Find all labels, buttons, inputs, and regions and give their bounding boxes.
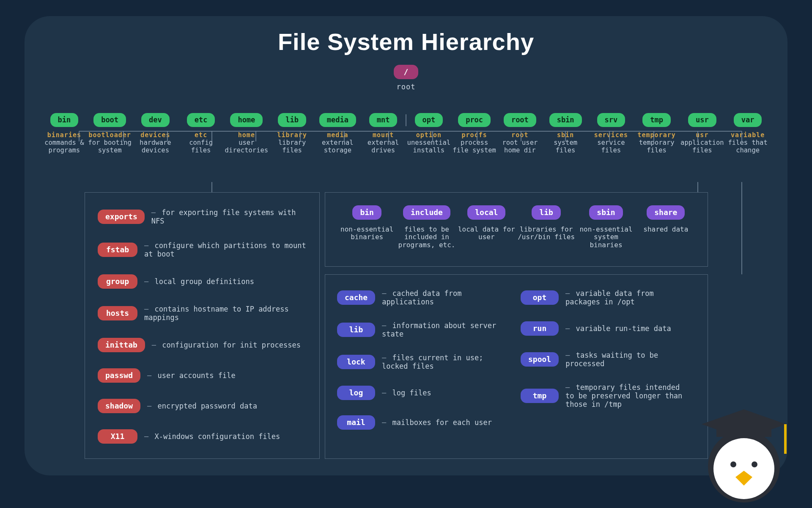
top-cell: bootbootloaderfor booting system [87, 113, 133, 155]
dir-desc: – temporary files intended to be preserv… [565, 383, 692, 409]
top-level-row: binbinariescommands & programs bootbootl… [25, 113, 787, 155]
dir-tag: root [497, 131, 543, 139]
var-item: opt– variable data from packages in /opt [521, 289, 696, 306]
var-item: run– variable run-time data [521, 321, 696, 336]
etc-item: shadow– encrypted password data [98, 399, 311, 413]
top-cell: liblibrarylibrary files [269, 113, 315, 155]
etc-item: exports– for exporting file systems with… [98, 208, 311, 225]
dir-desc: – information about server state [382, 321, 509, 338]
file-desc: – configuration for init processes [152, 341, 301, 349]
dir-desc: root user home dir [497, 139, 543, 155]
file-pill: group [98, 274, 137, 289]
file-pill: X11 [98, 429, 137, 444]
dir-desc: temporary files [634, 139, 680, 155]
dir-tag: sbin [543, 131, 588, 139]
dir-pill: lock [337, 355, 375, 369]
etc-panel: exports– for exporting file systems with… [85, 192, 320, 459]
file-desc: – local group definitions [144, 277, 254, 286]
dir-tag: binaries [41, 131, 87, 139]
var-item: spool– tasks waiting to be processed [521, 351, 696, 368]
dir-pill: root [504, 113, 536, 127]
dir-tag: devices [133, 131, 178, 139]
dir-desc: non-essential binaries [337, 226, 397, 241]
dir-pill: mail [337, 415, 375, 430]
dir-desc: libraries for /usr/bin files [516, 226, 576, 241]
etc-item: hosts– contains hostname to IP address m… [98, 305, 311, 322]
top-cell: mediamediaexternal storage [315, 113, 361, 155]
dir-pill: local [467, 205, 505, 220]
root-node: / root [25, 65, 787, 91]
svg-point-27 [752, 461, 757, 467]
dir-pill: include [403, 205, 450, 220]
dir-pill: opt [415, 113, 443, 127]
dir-pill: share [647, 205, 685, 220]
etc-item: X11– X-windows configuration files [98, 429, 311, 444]
dir-desc: local data for user [457, 226, 516, 241]
dir-desc: unessential installs [406, 139, 452, 155]
root-label: root [25, 83, 787, 91]
file-desc: – user accounts file [147, 371, 236, 380]
file-desc: – X-windows configuration files [144, 432, 280, 441]
dir-pill: tmp [521, 389, 559, 403]
usr-item: liblibraries for /usr/bin files [516, 205, 576, 249]
dir-pill: usr [688, 113, 716, 127]
dir-desc: – tasks waiting to be processed [565, 351, 692, 368]
top-cell: srvservicesservice files [588, 113, 634, 155]
var-item: lock– files current in use; locked files [337, 353, 512, 370]
dir-pill: bin [352, 205, 381, 220]
svg-point-25 [713, 438, 774, 499]
dir-desc: process file system [452, 139, 497, 155]
dir-pill: mnt [369, 113, 398, 127]
dir-desc: – variable data from packages in /opt [565, 289, 692, 306]
top-cell: binbinariescommands & programs [41, 113, 87, 155]
dir-pill: sbin [589, 205, 623, 220]
top-cell: mntmountexternal drives [360, 113, 406, 155]
dir-pill: var [734, 113, 762, 127]
dir-tag: usr [680, 131, 725, 139]
dir-tag: etc [178, 131, 224, 139]
dir-pill: boot [93, 113, 126, 127]
dir-desc: – log files [382, 389, 431, 397]
file-desc: – configure which partitions to mount at… [144, 241, 311, 258]
dir-desc: library files [269, 139, 315, 155]
dir-desc: – files current in use; locked files [382, 353, 509, 370]
dir-pill: run [521, 321, 559, 336]
var-item: log– log files [337, 386, 512, 400]
dir-desc: non-essential system binaries [576, 226, 636, 249]
etc-item: group– local group definitions [98, 274, 311, 289]
dir-pill: log [337, 386, 375, 400]
dir-tag: procfs [452, 131, 497, 139]
dir-pill: tmp [642, 113, 671, 127]
dir-tag: temporary [634, 131, 680, 139]
dir-desc: commands & programs [41, 139, 87, 155]
dir-pill: lib [532, 205, 561, 220]
top-cell: tmptemporarytemporary files [634, 113, 680, 155]
dir-tag: media [315, 131, 361, 139]
var-panel: cache– cached data from applications lib… [325, 274, 708, 459]
dir-pill: cache [337, 290, 375, 305]
dir-pill: etc [187, 113, 215, 127]
top-cell: procprocfsprocess file system [452, 113, 497, 155]
dir-desc: service files [588, 139, 634, 155]
dir-desc: external storage [315, 139, 361, 155]
dir-tag: home [224, 131, 269, 139]
dir-pill: lib [278, 113, 306, 127]
top-cell: optoptionunessential installs [406, 113, 452, 155]
file-pill: exports [98, 210, 145, 224]
top-cell: rootrootroot user home dir [497, 113, 543, 155]
page-title: File System Hierarchy [25, 28, 787, 55]
svg-rect-23 [784, 424, 787, 454]
dir-pill: proc [458, 113, 491, 127]
dir-desc: application files [680, 139, 725, 155]
dir-pill: spool [521, 352, 559, 367]
dir-tag: variable [725, 131, 771, 139]
svg-point-26 [730, 461, 736, 467]
var-item: lib– information about server state [337, 321, 512, 338]
dir-tag: bootloader [87, 131, 133, 139]
dir-desc: files that change [725, 139, 771, 155]
dir-pill: lib [337, 323, 375, 337]
usr-item: sbinnon-essential system binaries [576, 205, 636, 249]
file-pill: fstab [98, 243, 137, 257]
dir-pill: srv [597, 113, 625, 127]
usr-item: locallocal data for user [457, 205, 516, 249]
